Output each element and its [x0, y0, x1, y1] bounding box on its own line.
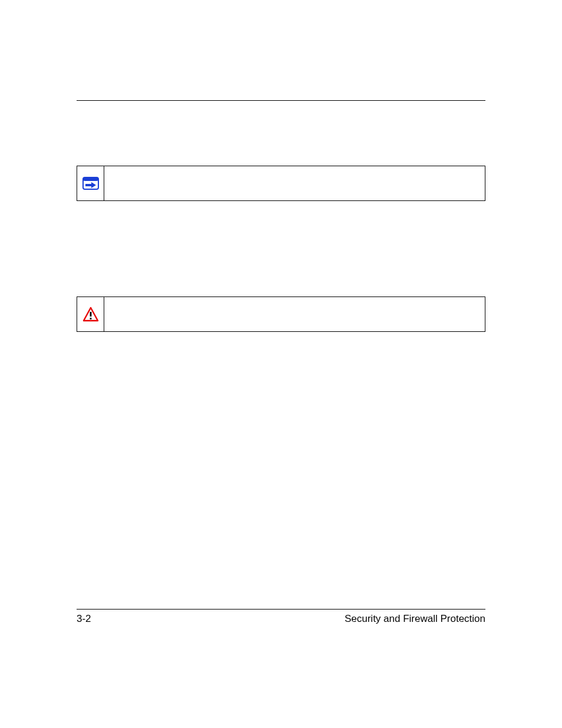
section-title: Security and Firewall Protection — [345, 613, 485, 625]
page-number: 3-2 — [77, 613, 91, 625]
footer-rule — [77, 609, 485, 610]
header-rule — [77, 100, 485, 101]
content-area — [77, 100, 485, 332]
warning-callout — [77, 297, 485, 332]
svg-rect-5 — [90, 312, 91, 317]
note-body — [104, 166, 485, 200]
svg-rect-1 — [83, 177, 98, 181]
page: 3-2 Security and Firewall Protection — [0, 0, 562, 728]
note-callout — [77, 166, 485, 201]
warning-icon-cell — [77, 297, 104, 331]
svg-rect-6 — [90, 318, 91, 319]
arrow-right-icon — [82, 177, 99, 190]
warning-body — [104, 297, 485, 331]
warning-icon — [82, 307, 99, 322]
svg-rect-2 — [85, 184, 91, 186]
footer: 3-2 Security and Firewall Protection — [77, 609, 485, 625]
footer-line: 3-2 Security and Firewall Protection — [77, 613, 485, 625]
note-icon-cell — [77, 166, 104, 200]
